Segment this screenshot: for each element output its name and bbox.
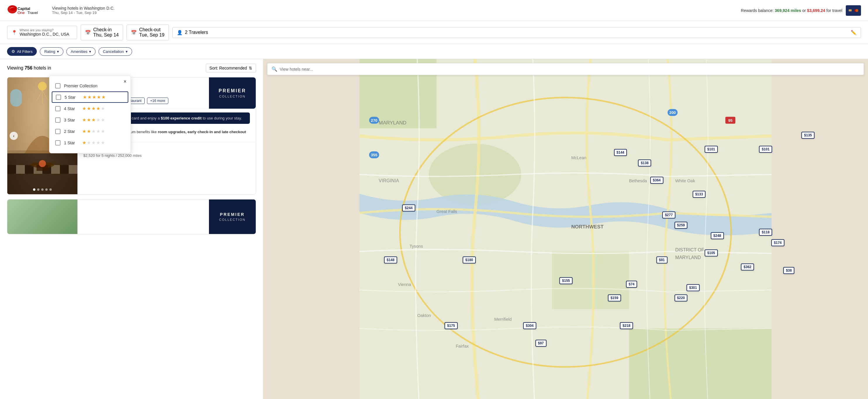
price-pin-2[interactable]: $138	[638, 160, 651, 166]
hotel-tag-more[interactable]: +16 more	[147, 98, 168, 104]
premier-badge-2-line1: PREMIER	[220, 212, 245, 217]
left-panel: Viewing 756 hotels in Sort: Recommended …	[0, 59, 263, 399]
checkin-field[interactable]: 📅 Check-in Thu, Sep 14	[81, 25, 123, 40]
svg-text:McLean: McLean	[571, 156, 587, 160]
map-search-box[interactable]: 🔍 View hotels near...	[267, 63, 864, 75]
svg-rect-32	[629, 328, 772, 399]
sort-button[interactable]: Sort: Recommended ⇅	[206, 64, 256, 72]
dot-5[interactable]	[50, 189, 52, 191]
rating-filter-button[interactable]: Rating ▾	[40, 47, 63, 56]
price-pin-18[interactable]: $38	[783, 267, 794, 274]
price-pin-24[interactable]: $304	[523, 322, 536, 329]
price-pin-9[interactable]: $259	[675, 222, 688, 229]
price-pin-0[interactable]: $135	[801, 132, 814, 139]
dropdown-item-3star[interactable]: 3 Star ★ ★ ★ ★ ★	[50, 114, 131, 126]
dropdown-item-2star[interactable]: 2 Star ★ ★ ★ ★ ★	[50, 126, 131, 137]
results-header: Viewing 756 hotels in Sort: Recommended …	[7, 64, 256, 72]
rating-label: Rating	[44, 49, 55, 54]
perks-highlight: room upgrades, early check-in and late c…	[158, 130, 246, 134]
dropdown-item-1star[interactable]: 1 Star ★ ★ ★ ★ ★	[50, 137, 131, 148]
viewing-text: Viewing hotels in Washington D.C.	[52, 6, 115, 10]
dot-4[interactable]	[45, 189, 48, 191]
rating-chevron-icon: ▾	[57, 49, 59, 54]
hotel-card-2-badge: PREMIER COLLECTION	[209, 199, 256, 234]
1star-checkbox[interactable]	[55, 140, 61, 145]
price-pin-1[interactable]: $144	[614, 149, 627, 156]
price-pin-15[interactable]: $180	[463, 257, 476, 263]
3star-checkbox[interactable]	[55, 118, 61, 123]
price-pin-27[interactable]: $175	[444, 322, 458, 329]
svg-text:NORTHWEST: NORTHWEST	[571, 224, 604, 230]
dot-2[interactable]	[37, 189, 39, 191]
cancellation-filter-button[interactable]: Cancellation ▾	[98, 47, 132, 56]
price-pin-10[interactable]: $248	[711, 232, 724, 239]
header: Capital One Travel Viewing hotels in Was…	[0, 0, 868, 21]
prev-image-button[interactable]: ‹	[10, 132, 18, 140]
dropdown-item-premier[interactable]: Premier Collection	[50, 80, 131, 92]
svg-text:MARYLAND: MARYLAND	[379, 120, 406, 126]
checkout-value: Tue, Sep 19	[139, 32, 164, 38]
price-pin-5[interactable]: $364	[650, 177, 663, 184]
price-pin-16[interactable]: $91	[656, 257, 668, 263]
3star-label: 3 Star	[64, 118, 79, 122]
rewards-text: Rewards balance: 369,924 miles or $3,699…	[741, 8, 842, 13]
1star-label: 1 Star	[64, 140, 79, 145]
price-pin-12[interactable]: $174	[771, 239, 784, 246]
price-pin-17[interactable]: $362	[741, 263, 754, 270]
dropdown-close-button[interactable]: ×	[123, 78, 127, 85]
2star-checkbox[interactable]	[55, 129, 61, 134]
amenities-label: Amenities	[71, 49, 87, 54]
price-pin-13[interactable]: $105	[705, 250, 718, 257]
sort-label: Sort: Recommended	[210, 66, 247, 70]
cancellation-chevron-icon: ▾	[126, 49, 128, 54]
results-count: Viewing 756 hotels in	[7, 65, 51, 71]
amenities-filter-button[interactable]: Amenities ▾	[66, 47, 96, 56]
checkout-field[interactable]: 📅 Check-out Tue, Sep 19	[127, 25, 169, 40]
search-bar: 📍 Where are you staying? Washington D.C.…	[0, 21, 868, 44]
travelers-field[interactable]: 👤 2 Travelers ✏️	[173, 27, 861, 38]
price-pin-7[interactable]: $244	[402, 204, 415, 211]
logo[interactable]: Capital One Travel	[7, 4, 45, 17]
price-pin-14[interactable]: $148	[384, 257, 397, 263]
dropdown-item-4star[interactable]: 4 Star ★ ★ ★ ★ ★	[50, 103, 131, 114]
checkin-value: Thu, Sep 14	[93, 32, 119, 38]
all-filters-button[interactable]: ⚙ All Filters	[7, 47, 37, 56]
location-field[interactable]: 📍 Where are you staying? Washington D.C.…	[7, 26, 77, 39]
main-content: Viewing 756 hotels in Sort: Recommended …	[0, 59, 868, 399]
promo-highlight: $100 experience credit	[161, 116, 202, 120]
price-pin-6[interactable]: $133	[693, 191, 706, 198]
price-pin-3[interactable]: $101	[705, 146, 718, 153]
rewards-suffix: for travel	[827, 8, 842, 13]
edit-icon[interactable]: ✏️	[851, 30, 857, 35]
price-pin-25[interactable]: $218	[620, 322, 633, 329]
5star-checkbox[interactable]	[56, 95, 61, 100]
price-pin-4[interactable]: $101	[759, 146, 772, 153]
premier-badge-2-line2: COLLECTION	[219, 218, 246, 222]
svg-rect-6	[849, 9, 851, 11]
dot-1[interactable]	[33, 189, 35, 191]
price-pin-23[interactable]: $220	[675, 294, 688, 301]
4star-stars: ★ ★ ★ ★ ★	[82, 106, 105, 111]
map-panel: MARYLAND VIRGINIA Bethesda White Oak Gre…	[263, 59, 868, 399]
price-pin-11[interactable]: $118	[759, 229, 772, 236]
price-pin-19[interactable]: $155	[559, 277, 572, 284]
dropdown-item-5star[interactable]: 5 Star ★ ★ ★ ★ ★	[52, 92, 128, 103]
calendar-icon: 📅	[85, 30, 91, 35]
price-pin-8[interactable]: $277	[662, 211, 675, 219]
svg-text:DISTRICT OF: DISTRICT OF	[675, 247, 704, 253]
dates-text: Thu, Sep 14 - Tue, Sep 19	[52, 10, 115, 15]
premier-checkbox[interactable]	[55, 83, 61, 89]
price-pin-21[interactable]: $301	[686, 284, 700, 291]
hotel-card-2: PREMIER COLLECTION	[7, 199, 256, 234]
premier-badge: PREMIER COLLECTION	[209, 77, 256, 109]
credit-card-icon[interactable]	[846, 5, 861, 16]
dot-3[interactable]	[41, 189, 43, 191]
header-left: Capital One Travel Viewing hotels in Was…	[7, 4, 115, 17]
price-pin-20[interactable]: $74	[626, 281, 637, 288]
price-pin-22[interactable]: $159	[608, 294, 621, 301]
price-pin-26[interactable]: $97	[535, 340, 547, 347]
search-icon: 🔍	[272, 66, 277, 72]
filter-icon: ⚙	[11, 49, 15, 54]
calendar-icon-2: 📅	[131, 30, 137, 35]
4star-checkbox[interactable]	[55, 106, 61, 111]
